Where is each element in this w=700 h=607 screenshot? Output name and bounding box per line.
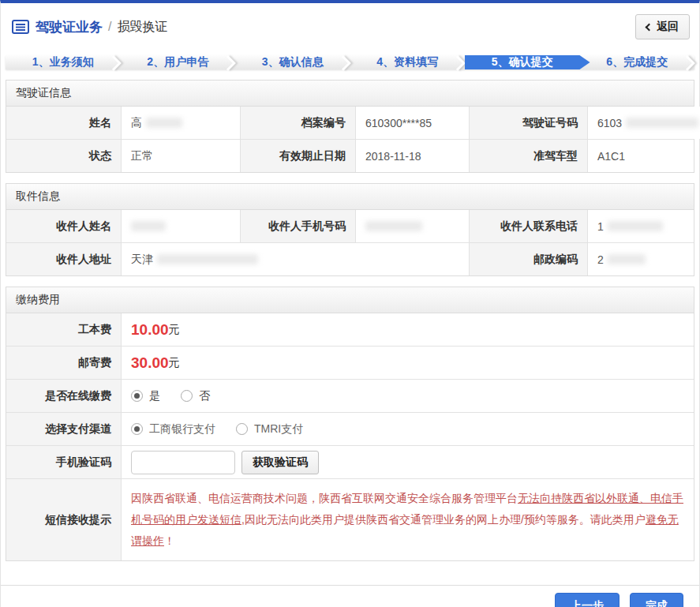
table-row: 手机验证码 获取验证码	[6, 445, 694, 478]
vehicle-class-label: 准驾车型	[469, 140, 587, 172]
production-fee-amount: 10.00	[131, 321, 169, 339]
step-3-confirm-info[interactable]: 3、确认信息	[235, 55, 350, 69]
step-6-complete[interactable]: 6、完成提交	[580, 55, 695, 69]
page: 驾驶证业务 / 损毁换证 返回 1、业务须知 2、用户申告 3、确认信息 4、资…	[0, 0, 700, 607]
table-row: 邮寄费 30.00 元	[6, 346, 694, 379]
status-label: 状态	[6, 140, 121, 172]
page-title: 驾驶证业务	[36, 18, 103, 36]
sms-code-input[interactable]	[131, 451, 235, 474]
status-value: 正常	[121, 140, 240, 172]
postage-fee-value: 30.00 元	[121, 347, 694, 379]
recipient-mobile-value	[355, 210, 469, 242]
vehicle-class-value: A1C1	[587, 140, 694, 172]
table-row: 状态 正常 有效期止日期 2018-11-18 准驾车型 A1C1	[6, 139, 694, 172]
postage-fee-unit: 元	[169, 356, 180, 370]
recipient-phone-label: 收件人联系电话	[469, 210, 587, 242]
breadcrumb-current: 损毁换证	[117, 19, 167, 36]
name-value: 高	[121, 107, 240, 139]
license-section-title: 驾驶证信息	[6, 81, 694, 107]
recipient-address-label: 收件人地址	[6, 243, 121, 275]
redacted-value	[131, 221, 166, 231]
radio-online-yes[interactable]: 是	[131, 389, 160, 403]
previous-step-button[interactable]: 上一步	[555, 593, 620, 607]
license-no-label: 驾驶证号码	[469, 107, 587, 139]
finish-button[interactable]: 完成	[630, 593, 683, 607]
redacted-value	[608, 254, 646, 264]
payment-section: 缴纳费用 工本费 10.00 元 邮寄费 30.00 元 是否在线缴费 是	[6, 287, 694, 561]
file-no-value: 610300****85	[355, 107, 469, 139]
recipient-name-value	[121, 210, 240, 242]
table-row: 收件人姓名 收件人手机号码 收件人联系电话 1	[6, 210, 694, 242]
redacted-value	[608, 221, 663, 231]
expiry-label: 有效期止日期	[240, 140, 355, 172]
production-fee-unit: 元	[169, 323, 180, 337]
license-info-section: 驾驶证信息 姓名 高 档案编号 610300****85 驾驶证号码 6103 …	[6, 80, 694, 173]
redacted-value	[365, 221, 422, 231]
recipient-phone-value: 1	[587, 210, 694, 242]
back-button[interactable]: 返回	[635, 14, 690, 39]
payment-channel-value: 工商银行支付 TMRI支付	[121, 413, 694, 445]
expiry-value: 2018-11-18	[355, 140, 469, 172]
sms-code-value: 获取验证码	[121, 446, 694, 478]
sms-notice-text: 因陕西省联通、电信运营商技术问题，陕西省互联网交通安全综合服务管理平台无法向持陕…	[121, 479, 694, 560]
breadcrumb-divider: /	[108, 20, 111, 34]
file-no-label: 档案编号	[240, 107, 355, 139]
table-row: 收件人地址 天津 邮政编码 2	[6, 242, 694, 275]
sms-notice-label: 短信接收提示	[6, 479, 121, 560]
pickup-section-title: 取件信息	[6, 184, 694, 210]
name-label: 姓名	[6, 107, 121, 139]
step-5-confirm-submit[interactable]: 5、确认提交	[465, 55, 590, 69]
postal-code-value: 2	[587, 243, 694, 275]
radio-unchecked-icon[interactable]	[236, 423, 248, 435]
get-sms-code-button[interactable]: 获取验证码	[241, 451, 319, 474]
table-row: 姓名 高 档案编号 610300****85 驾驶证号码 6103	[6, 107, 694, 139]
step-2-declaration[interactable]: 2、用户申告	[121, 55, 236, 69]
step-1-notice[interactable]: 1、业务须知	[6, 55, 121, 69]
payment-section-title: 缴纳费用	[6, 287, 694, 313]
postal-code-label: 邮政编码	[469, 243, 587, 275]
redacted-value	[626, 118, 698, 128]
sms-code-label: 手机验证码	[6, 446, 121, 478]
table-row: 工本费 10.00 元	[6, 313, 694, 346]
radio-channel-icbc[interactable]: 工商银行支付	[131, 422, 215, 437]
production-fee-label: 工本费	[6, 313, 121, 346]
table-row: 是否在线缴费 是 否	[6, 379, 694, 412]
postage-fee-amount: 30.00	[131, 354, 169, 372]
step-wizard: 1、业务须知 2、用户申告 3、确认信息 4、资料填写 5、确认提交 6、完成提…	[6, 55, 694, 69]
redacted-value	[157, 254, 258, 264]
payment-channel-label: 选择支付渠道	[6, 413, 121, 445]
recipient-address-value: 天津	[121, 243, 469, 275]
license-no-value: 6103	[587, 107, 700, 139]
online-payment-value: 是 否	[121, 380, 694, 412]
table-row: 选择支付渠道 工商银行支付 TMRI支付	[6, 412, 694, 445]
chevron-left-icon	[646, 23, 653, 31]
redacted-value	[146, 118, 182, 128]
table-row: 短信接收提示 因陕西省联通、电信运营商技术问题，陕西省互联网交通安全综合服务管理…	[6, 478, 694, 560]
radio-checked-icon[interactable]	[131, 390, 143, 402]
production-fee-value: 10.00 元	[121, 313, 694, 346]
page-header: 驾驶证业务 / 损毁换证 返回	[1, 3, 699, 51]
online-payment-label: 是否在线缴费	[6, 380, 121, 412]
radio-online-no[interactable]: 否	[181, 389, 210, 403]
step-4-fill-data[interactable]: 4、资料填写	[350, 55, 466, 69]
radio-unchecked-icon[interactable]	[181, 390, 193, 402]
back-button-label: 返回	[657, 20, 679, 34]
radio-channel-tmri[interactable]: TMRI支付	[236, 422, 303, 437]
recipient-mobile-label: 收件人手机号码	[240, 210, 355, 242]
postage-fee-label: 邮寄费	[6, 347, 121, 379]
footer-actions: 上一步 完成	[1, 586, 699, 607]
pickup-info-section: 取件信息 收件人姓名 收件人手机号码 收件人联系电话 1 收件人地址 天津 邮政…	[6, 183, 694, 276]
radio-checked-icon[interactable]	[131, 423, 143, 435]
license-list-icon	[12, 20, 29, 34]
recipient-name-label: 收件人姓名	[6, 210, 121, 242]
